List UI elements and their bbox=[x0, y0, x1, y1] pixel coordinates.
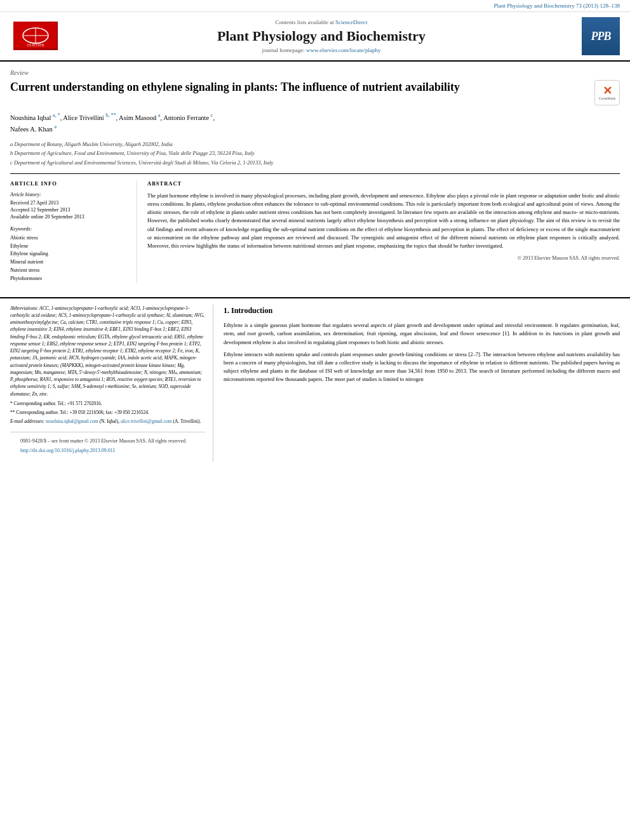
email-line: E-mail addresses: noushina.iqbal@gmail.c… bbox=[10, 418, 205, 425]
history-label: Article history: bbox=[10, 192, 129, 197]
affiliation-c: c Department of Agricultural and Environ… bbox=[10, 159, 620, 167]
corresponding-author-2: ** Corresponding author. Tel.: +39 050 2… bbox=[10, 409, 205, 416]
top-citation-bar: Plant Physiology and Biochemistry 73 (20… bbox=[0, 0, 630, 12]
article-history: Article history: Received 27 April 2013 … bbox=[10, 192, 129, 220]
svg-text:ELSEVIER: ELSEVIER bbox=[26, 43, 44, 47]
introduction-column: 1. Introduction Ethylene is a simple gas… bbox=[224, 305, 620, 462]
journal-header: ELSEVIER Contents lists available at Sci… bbox=[0, 12, 630, 62]
ppb-logo: PPB bbox=[582, 17, 620, 55]
title-row: Current understanding on ethylene signal… bbox=[10, 80, 620, 105]
elsevier-graphic-logo: ELSEVIER bbox=[13, 22, 58, 50]
article-info-abstract-row: ARTICLE INFO Article history: Received 2… bbox=[10, 173, 620, 283]
copyright-line: © 2013 Elsevier Masson SAS. All rights r… bbox=[147, 255, 620, 261]
bottom-section: Abbreviations: ACC, 1-aminocyclopropane-… bbox=[0, 305, 630, 462]
issn-line: 0981-9428/$ – see front matter © 2013 El… bbox=[20, 437, 195, 445]
sciencedirect-line: Contents lists available at ScienceDirec… bbox=[67, 19, 575, 25]
footnotes-column: Abbreviations: ACC, 1-aminocyclopropane-… bbox=[10, 305, 213, 462]
keyword-2: Ethylene bbox=[10, 243, 129, 251]
section-label: Review bbox=[10, 69, 620, 76]
keyword-3: Ethylene signaling bbox=[10, 250, 129, 258]
online-date: Available online 20 September 2013 bbox=[10, 214, 129, 220]
journal-footer: 0981-9428/$ – see front matter © 2013 El… bbox=[10, 432, 205, 462]
keyword-6: Phytohormones bbox=[10, 275, 129, 283]
intro-paragraph-1: Ethylene is a simple gaseous plant hormo… bbox=[224, 321, 620, 347]
doi-line: http://dx.doi.org/10.1016/j.plaphy.2013.… bbox=[20, 447, 195, 455]
intro-paragraph-2: Ethylene interacts with nutrients uptake… bbox=[224, 350, 620, 384]
journal-title-block: Contents lists available at ScienceDirec… bbox=[67, 19, 575, 53]
elsevier-logo-block: ELSEVIER bbox=[10, 22, 61, 51]
article-info-column: ARTICLE INFO Article history: Received 2… bbox=[10, 180, 137, 283]
journal-homepage: journal homepage: www.elsevier.com/locat… bbox=[67, 47, 575, 53]
affiliation-a: a Department of Botany, Aligarh Muslim U… bbox=[10, 140, 620, 149]
keywords-section: Keywords: Abiotic stress Ethylene Ethyle… bbox=[10, 226, 129, 283]
crossmark-badge[interactable]: ✕ CrossMark bbox=[594, 80, 620, 105]
citation-text: Plant Physiology and Biochemistry 73 (20… bbox=[494, 3, 620, 9]
content-area: Review Current understanding on ethylene… bbox=[0, 62, 630, 291]
crossmark-label: CrossMark bbox=[599, 97, 616, 100]
received-date: Received 27 April 2013 bbox=[10, 200, 129, 206]
keyword-4: Mineral nutrient bbox=[10, 258, 129, 267]
keyword-5: Nutrient stress bbox=[10, 267, 129, 275]
keyword-1: Abiotic stress bbox=[10, 234, 129, 243]
homepage-link[interactable]: www.elsevier.com/locate/plaphy bbox=[306, 47, 380, 53]
article-info-heading: ARTICLE INFO bbox=[10, 180, 129, 187]
affiliations-block: a Department of Botany, Aligarh Muslim U… bbox=[10, 140, 620, 167]
sciencedirect-link[interactable]: ScienceDirect bbox=[335, 19, 367, 25]
section-divider bbox=[0, 297, 630, 298]
accepted-date: Accepted 12 September 2013 bbox=[10, 207, 129, 213]
keywords-label: Keywords: bbox=[10, 226, 129, 232]
authors-line: Noushina Iqbal a, *, Alice Trivellini b,… bbox=[10, 112, 620, 135]
doi-link[interactable]: http://dx.doi.org/10.1016/j.plaphy.2013.… bbox=[20, 448, 115, 453]
email-link-1[interactable]: noushina.iqbal@gmail.com bbox=[46, 418, 98, 424]
intro-heading: 1. Introduction bbox=[224, 305, 620, 317]
journal-title: Plant Physiology and Biochemistry bbox=[67, 28, 575, 44]
corresponding-author-1: * Corresponding author. Tel.: +91 571 27… bbox=[10, 400, 205, 407]
abstract-column: ABSTRACT The plant hormone ethylene is i… bbox=[147, 180, 620, 283]
abstract-heading: ABSTRACT bbox=[147, 180, 620, 187]
abbreviations-title: Abbreviations: ACC, 1-aminocyclopropane-… bbox=[10, 305, 205, 397]
affiliation-b: b Department of Agriculture, Food and En… bbox=[10, 149, 620, 157]
email-link-2[interactable]: alice.trivellini@gmail.com bbox=[121, 418, 172, 424]
abstract-text: The plant hormone ethylene is involved i… bbox=[147, 192, 620, 250]
article-title: Current understanding on ethylene signal… bbox=[10, 80, 588, 95]
